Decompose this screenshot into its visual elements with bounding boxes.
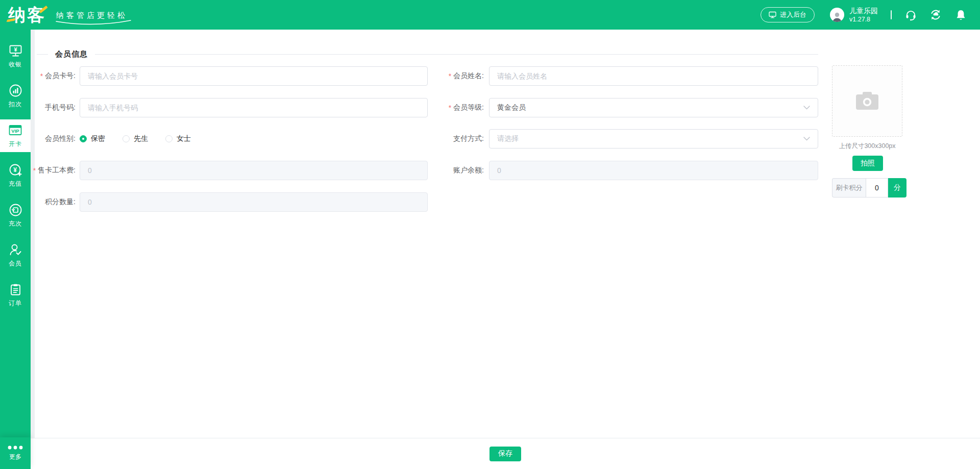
sidebar-item-cashier[interactable]: ¥ 收银 xyxy=(0,40,31,72)
enter-backend-button[interactable]: 进入后台 xyxy=(761,7,815,22)
section-title: 会员信息 xyxy=(55,50,88,59)
sidebar-item-more[interactable]: 更多 xyxy=(0,437,31,469)
payment-select[interactable]: 请选择 xyxy=(489,129,818,149)
payment-label: 支付方式: xyxy=(403,129,484,149)
card-fee-input xyxy=(80,161,428,180)
store-name: 儿童乐园 xyxy=(849,6,878,15)
photo-upload-box[interactable] xyxy=(832,65,902,137)
slogan-underline-swoosh xyxy=(55,20,132,26)
sidebar: ¥ 收银 扣次 VIP 开卡 ¥ 充值 xyxy=(0,30,31,469)
balance-input xyxy=(489,161,818,180)
card-no-input[interactable] xyxy=(80,66,428,86)
chevron-down-icon xyxy=(803,137,810,141)
top-header: 纳客 纳客管店更轻松 进入后台 儿童乐园 v1.27.8 xyxy=(0,0,980,30)
balance-label: 账户余额: xyxy=(403,161,484,180)
enter-backend-label: 进入后台 xyxy=(780,10,806,19)
sidebar-item-orders[interactable]: 订单 xyxy=(0,279,31,311)
sidebar-item-label: 扣次 xyxy=(9,100,22,109)
header-divider xyxy=(891,10,892,19)
recharge-times-icon xyxy=(9,203,22,217)
radio-dot-icon xyxy=(80,135,87,142)
sidebar-item-recharge[interactable]: ¥ 充值 xyxy=(0,159,31,192)
sidebar-item-label: 开卡 xyxy=(9,140,22,149)
member-person-icon xyxy=(9,243,22,257)
brand-slogan: 纳客管店更轻松 xyxy=(56,10,128,20)
member-name-label: * 会员姓名: xyxy=(403,66,484,86)
bell-icon[interactable] xyxy=(954,9,967,21)
more-label: 更多 xyxy=(9,453,21,461)
member-name-input[interactable] xyxy=(489,66,818,86)
sidebar-item-label: 充值 xyxy=(9,180,22,188)
sidebar-item-label: 收银 xyxy=(9,60,22,69)
member-level-value: 黄金会员 xyxy=(497,103,526,112)
headset-icon[interactable] xyxy=(904,9,917,21)
footer-bar: 保存 xyxy=(31,438,980,469)
chevron-down-icon xyxy=(803,106,810,110)
swipe-points-label: 刷卡积分 xyxy=(832,178,866,198)
order-list-icon xyxy=(9,283,22,297)
payment-placeholder: 请选择 xyxy=(497,134,519,143)
sidebar-item-recharge-times[interactable]: 充次 xyxy=(0,199,31,232)
vip-card-icon: VIP xyxy=(8,123,22,137)
section-header: 会员信息 xyxy=(37,49,818,59)
svg-text:¥: ¥ xyxy=(13,166,17,173)
sidebar-item-label: 会员 xyxy=(9,259,22,268)
swipe-points-input[interactable] xyxy=(866,178,888,198)
sidebar-item-open-card[interactable]: VIP 开卡 xyxy=(0,119,31,152)
sidebar-item-deduct-times[interactable]: 扣次 xyxy=(0,80,31,112)
sync-icon[interactable] xyxy=(929,9,942,21)
person-icon xyxy=(831,11,843,22)
svg-text:VIP: VIP xyxy=(11,128,19,134)
brand-logo: 纳客 xyxy=(8,6,46,23)
required-marker: * xyxy=(40,72,43,80)
cashier-monitor-icon: ¥ xyxy=(9,44,22,58)
section-divider-right xyxy=(95,54,818,55)
section-divider-left xyxy=(37,54,48,55)
radio-dot-icon xyxy=(122,135,130,142)
upload-size-hint: 上传尺寸300x300px xyxy=(822,142,913,151)
avatar[interactable] xyxy=(830,8,844,22)
gender-radio-ms[interactable]: 女士 xyxy=(165,134,191,143)
points-input xyxy=(80,192,428,212)
required-marker: * xyxy=(33,166,36,175)
points-unit-button[interactable]: 分 xyxy=(888,178,906,198)
brand-slogan-text: 纳客管店更轻松 xyxy=(56,11,128,19)
gender-radio-mr[interactable]: 先生 xyxy=(122,134,148,143)
radio-dot-icon xyxy=(165,135,173,142)
ellipsis-icon xyxy=(8,446,23,450)
svg-text:¥: ¥ xyxy=(14,46,17,52)
sidebar-item-label: 充次 xyxy=(9,219,22,228)
camera-icon xyxy=(855,91,879,111)
member-level-select[interactable]: 黄金会员 xyxy=(489,98,818,117)
save-button[interactable]: 保存 xyxy=(489,447,521,461)
phone-input[interactable] xyxy=(80,98,428,117)
sidebar-item-label: 订单 xyxy=(9,299,22,308)
store-info: 儿童乐园 v1.27.8 xyxy=(849,6,878,23)
take-photo-button[interactable]: 拍照 xyxy=(852,156,883,171)
sidebar-item-members[interactable]: 会员 xyxy=(0,239,31,271)
monitor-icon xyxy=(769,11,776,18)
header-right: 进入后台 儿童乐园 v1.27.8 xyxy=(761,6,967,23)
gender-radio-secret[interactable]: 保密 xyxy=(80,134,105,143)
gender-radio-group: 保密 先生 女士 xyxy=(80,129,191,149)
required-marker: * xyxy=(449,104,451,112)
deduct-times-icon xyxy=(9,84,22,97)
recharge-money-icon: ¥ xyxy=(9,163,22,177)
left-gutter xyxy=(31,30,35,438)
member-level-label: * 会员等级: xyxy=(403,98,484,117)
required-marker: * xyxy=(449,72,451,80)
app-version: v1.27.8 xyxy=(849,15,878,23)
swipe-points-group: 刷卡积分 分 xyxy=(832,178,906,198)
